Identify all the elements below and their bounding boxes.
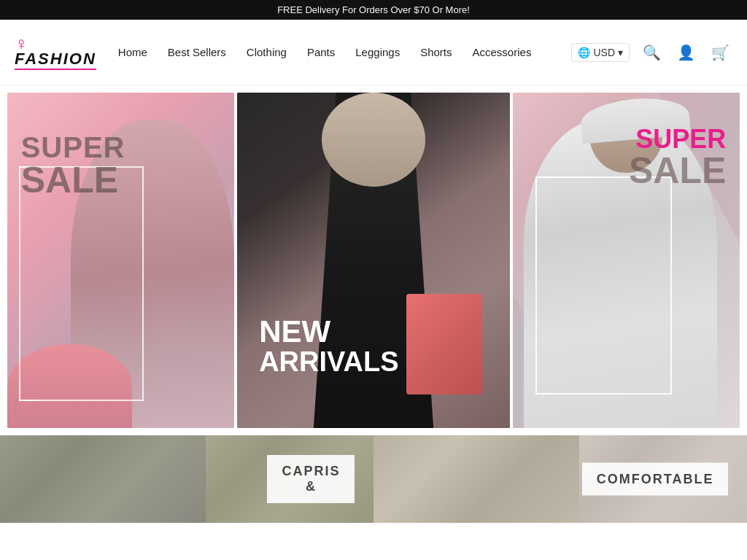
capris-label2: &	[282, 479, 340, 494]
sale-label-right: SALE	[629, 152, 726, 189]
arrivals-label: ARRIVALS	[259, 347, 398, 378]
panel-right-bg: SUPER SALE	[513, 93, 740, 428]
nav-home[interactable]: Home	[118, 46, 147, 58]
super-sale-right-text: SUPER SALE	[629, 126, 726, 189]
nav-pants[interactable]: Pants	[307, 46, 335, 58]
search-icon: 🔍	[643, 44, 661, 61]
panel-center-bg: NEW ARRIVALS	[237, 93, 510, 428]
logo-underline	[15, 69, 96, 70]
comfortable-label-box[interactable]: COMFORTABLE	[582, 463, 729, 496]
nav-leggings[interactable]: Leggings	[355, 46, 400, 58]
bottom-panel-comfortable[interactable]: COMFORTABLE	[374, 435, 747, 523]
nav-accessories[interactable]: Accessories	[473, 46, 532, 58]
currency-selector[interactable]: 🌐 USD ▾	[571, 43, 630, 62]
frame-bracket-right	[535, 176, 672, 394]
capris-label1: CAPRIS	[282, 464, 340, 479]
nav-shorts[interactable]: Shorts	[420, 46, 452, 58]
main-nav: Home Best Sellers Clothing Pants Legging…	[118, 46, 572, 58]
hero-panel-left[interactable]: SUPER SALE	[7, 93, 234, 428]
capris-bg-left	[0, 435, 206, 523]
person2-head	[322, 93, 425, 187]
new-label: NEW	[259, 316, 398, 347]
banner-text: FREE Delivery For Orders Over $70 Or Mor…	[277, 4, 470, 15]
super-label-right: SUPER	[629, 126, 726, 152]
top-banner: FREE Delivery For Orders Over $70 Or Mor…	[0, 0, 747, 20]
globe-icon: 🌐	[578, 47, 590, 58]
frame-bracket-left	[19, 166, 144, 401]
sale-label-left: SALE	[21, 162, 125, 198]
hero-section: SUPER SALE NEW ARRIVALS	[0, 85, 747, 435]
bag-shape	[406, 294, 483, 394]
bottom-panel-capris[interactable]: CAPRIS &	[0, 435, 374, 523]
super-sale-left-text: SUPER SALE	[21, 133, 125, 198]
super-label-left: SUPER	[21, 133, 125, 162]
nav-clothing[interactable]: Clothing	[247, 46, 287, 58]
logo-text: FASHION	[15, 51, 96, 67]
header: ♀ FASHION Home Best Sellers Clothing Pan…	[0, 20, 747, 85]
nav-best-sellers[interactable]: Best Sellers	[168, 46, 226, 58]
chevron-down-icon: ▾	[618, 47, 623, 58]
capris-label-box[interactable]: CAPRIS &	[267, 455, 355, 503]
new-arrivals-text: NEW ARRIVALS	[259, 316, 398, 378]
cart-button[interactable]: 🛒	[708, 41, 732, 64]
hero-panel-center[interactable]: NEW ARRIVALS	[237, 93, 510, 428]
bottom-categories: CAPRIS & COMFORTABLE	[0, 435, 747, 523]
user-icon: 👤	[677, 44, 695, 61]
cart-icon: 🛒	[711, 44, 729, 61]
comfortable-bg-left	[374, 435, 579, 523]
comfortable-label1: COMFORTABLE	[597, 472, 714, 487]
currency-label: USD	[593, 47, 615, 58]
hero-panel-right[interactable]: SUPER SALE	[513, 93, 740, 428]
panel-left-bg: SUPER SALE	[7, 93, 234, 428]
header-actions: 🌐 USD ▾ 🔍 👤 🛒	[571, 41, 732, 64]
search-button[interactable]: 🔍	[640, 41, 664, 64]
account-button[interactable]: 👤	[674, 41, 698, 64]
logo[interactable]: ♀ FASHION	[15, 35, 96, 70]
